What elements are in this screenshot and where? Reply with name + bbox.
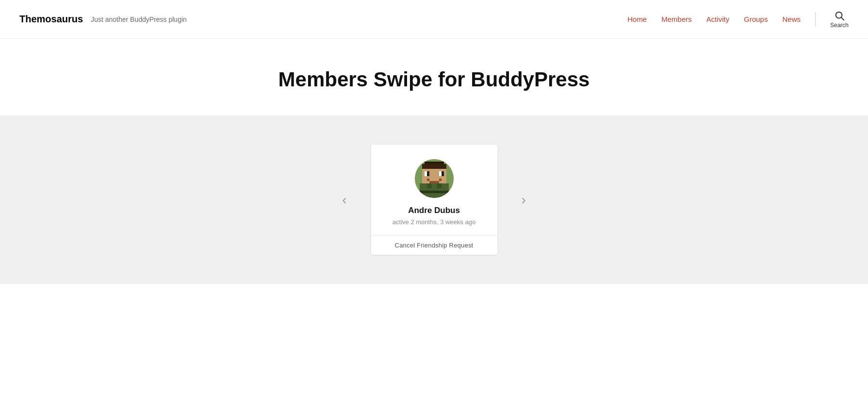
nav-item-groups[interactable]: Groups [744, 15, 768, 23]
svg-rect-10 [427, 179, 429, 181]
svg-rect-8 [427, 171, 429, 176]
avatar [415, 159, 454, 198]
bottom-area [0, 284, 868, 391]
cancel-friendship-button[interactable]: Cancel Friendship Request [371, 236, 497, 255]
page-title-section: Members Swipe for BuddyPress [0, 39, 868, 115]
svg-rect-9 [442, 171, 444, 176]
main-nav: Home Members Activity Groups News Search [627, 10, 849, 29]
search-label: Search [830, 22, 849, 29]
member-card-footer: Cancel Friendship Request [371, 235, 497, 255]
swipe-section: ‹ [0, 115, 868, 284]
site-header: Themosaurus Just another BuddyPress plug… [0, 0, 868, 39]
svg-rect-4 [422, 164, 446, 169]
svg-rect-11 [429, 181, 439, 183]
swipe-prev-button[interactable]: ‹ [337, 187, 351, 213]
nav-item-home[interactable]: Home [627, 15, 647, 23]
member-name: Andre Dubus [381, 206, 488, 215]
search-icon [834, 10, 845, 21]
svg-rect-14 [427, 183, 432, 188]
page-title: Members Swipe for BuddyPress [10, 68, 858, 91]
site-tagline: Just another BuddyPress plugin [91, 16, 187, 23]
nav-item-news[interactable]: News [782, 15, 801, 23]
swipe-next-button[interactable]: › [517, 187, 531, 213]
svg-rect-16 [420, 191, 449, 193]
header-left: Themosaurus Just another BuddyPress plug… [19, 14, 187, 25]
svg-line-1 [841, 17, 844, 20]
member-card: Andre Dubus active 2 months, 3 weeks ago… [371, 145, 497, 255]
swipe-container: ‹ [143, 145, 725, 255]
member-activity: active 2 months, 3 weeks ago [381, 218, 488, 226]
svg-rect-15 [437, 183, 442, 188]
nav-item-activity[interactable]: Activity [706, 15, 730, 23]
svg-rect-12 [439, 179, 442, 181]
nav-divider [815, 12, 816, 27]
member-card-body: Andre Dubus active 2 months, 3 weeks ago [371, 145, 497, 235]
search-button[interactable]: Search [830, 10, 849, 29]
site-title[interactable]: Themosaurus [19, 14, 83, 25]
nav-item-members[interactable]: Members [661, 15, 692, 23]
